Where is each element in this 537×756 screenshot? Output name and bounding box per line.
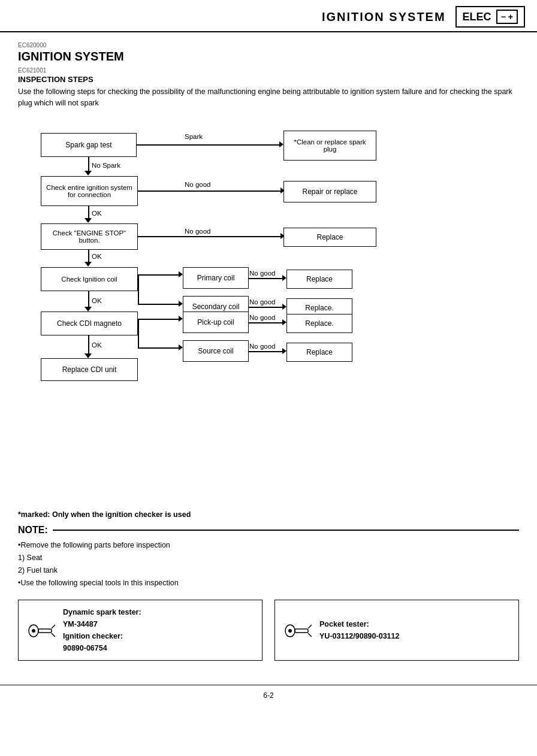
- dynamic-tester-icon: [28, 619, 55, 642]
- note-text: •Remove the following parts before inspe…: [18, 539, 519, 590]
- tool2-label1: Pocket tester:: [319, 620, 369, 628]
- elec-badge: ELEC − +: [455, 6, 525, 28]
- box-clean-spark: *Clean or replace spark plug: [283, 131, 376, 161]
- label-ok1: OK: [92, 210, 102, 217]
- battery-minus: −: [501, 12, 506, 22]
- note-item-4: •Use the following special tools in this…: [18, 577, 519, 589]
- label-nogood6: No good: [249, 343, 275, 350]
- line-spark-h: [137, 144, 280, 146]
- note-title-text: NOTE:: [18, 525, 48, 536]
- arrow-primary-nogood-right: [282, 275, 286, 281]
- line-nospark-v: [88, 157, 89, 172]
- box-repair-replace: Repair or replace: [283, 181, 376, 202]
- tool-text-1: Dynamic spark tester: YM-34487 Ignition …: [63, 606, 141, 654]
- box-primary-coil: Primary coil: [183, 267, 249, 289]
- tool1-label4: 90890-06754: [63, 644, 107, 652]
- header-title: IGNITION SYSTEM: [322, 10, 446, 24]
- line-ok1-v: [88, 206, 89, 219]
- label-ok2: OK: [92, 253, 102, 260]
- note-title-line: [53, 530, 519, 531]
- svg-rect-6: [295, 629, 308, 633]
- svg-line-3: [52, 633, 55, 637]
- marked-note: *marked: Only when the ignition checker …: [18, 510, 519, 519]
- arrow-pickup-nogood-right: [282, 319, 286, 325]
- section-code2: EC621001: [18, 67, 519, 74]
- line-nogood2-h: [138, 236, 282, 237]
- line-to-primary-h: [138, 274, 180, 276]
- box-spark-gap: Spark gap test: [41, 133, 137, 157]
- tool1-label2: YM-34487: [63, 620, 98, 628]
- svg-rect-1: [38, 629, 52, 633]
- flowchart-container: Spark gap test Spark *Clean or replace s…: [23, 121, 514, 504]
- label-nogood5: No good: [249, 314, 275, 321]
- note-item-1: •Remove the following parts before inspe…: [18, 539, 519, 552]
- label-ok3: OK: [92, 297, 102, 304]
- tool-box-2: Pocket tester: YU-03112/90890-03112: [274, 600, 519, 661]
- line-ok2-v: [88, 250, 89, 263]
- line-ok4-v: [88, 335, 89, 355]
- elec-label: ELEC: [463, 11, 491, 23]
- tool1-label3: Ignition checker:: [63, 632, 123, 640]
- note-section: NOTE: •Remove the following parts before…: [18, 525, 519, 590]
- line-cdi-branch-v: [138, 319, 139, 347]
- label-nogood3: No good: [249, 270, 275, 277]
- tool1-label1: Dynamic spark tester:: [63, 608, 141, 616]
- arrow-ok3-down: [85, 307, 92, 312]
- box-check-ignition-coil: Check Ignition coil: [41, 267, 138, 291]
- line-to-source-h: [138, 347, 180, 349]
- line-secondary-nogood-h: [249, 307, 283, 308]
- section-code1: EC620000: [18, 42, 519, 49]
- line-ok3-v: [88, 291, 89, 308]
- line-to-secondary-h: [138, 304, 180, 305]
- arrow-nospark-down: [85, 171, 92, 176]
- box-pickup-coil: Pick-up coil: [183, 312, 249, 333]
- arrow-to-secondary-right: [179, 301, 183, 307]
- section-title: IGNITION SYSTEM: [18, 50, 519, 63]
- page-content: EC620000 IGNITION SYSTEM EC621001 INSPEC…: [0, 32, 537, 679]
- tool-icon-2: [283, 618, 312, 642]
- intro-text: Use the following steps for checking the…: [18, 86, 519, 109]
- box-check-connection: Check entire ignition system for connect…: [41, 176, 138, 206]
- box-replace-source: Replace: [286, 343, 352, 362]
- arrow-to-source-right: [179, 344, 183, 350]
- arrow-to-pickup-right: [179, 316, 183, 322]
- arrow-to-primary-right: [179, 271, 183, 277]
- tool2-label2: YU-03112/90890-03112: [319, 632, 399, 640]
- page-footer: 6-2: [0, 685, 537, 703]
- label-nogood1: No good: [185, 181, 210, 188]
- tools-section: Dynamic spark tester: YM-34487 Ignition …: [18, 600, 519, 661]
- label-ok4: OK: [92, 341, 102, 349]
- svg-line-2: [52, 625, 55, 628]
- box-replace1: Replace: [283, 228, 376, 247]
- svg-line-8: [308, 633, 312, 637]
- battery-icon: − +: [496, 10, 518, 24]
- svg-point-9: [288, 629, 292, 633]
- line-to-pickup-h: [138, 319, 180, 320]
- label-nogood4: No good: [249, 298, 275, 306]
- box-source-coil: Source coil: [183, 340, 249, 362]
- arrow-ok2-down: [85, 262, 92, 267]
- line-pickup-nogood-h: [249, 322, 283, 323]
- arrow-source-nogood-right: [282, 348, 286, 354]
- note-title: NOTE:: [18, 525, 519, 536]
- page-header: IGNITION SYSTEM ELEC − +: [0, 0, 537, 32]
- pocket-tester-icon: [284, 619, 312, 642]
- box-replace-primary: Replace: [286, 270, 352, 289]
- line-primary-nogood-h: [249, 278, 283, 279]
- box-check-cdi: Check CDI magneto: [41, 312, 138, 335]
- line-coil-branch-v: [138, 274, 139, 304]
- arrow-ok4-down: [85, 353, 92, 358]
- label-nogood2: No good: [185, 228, 210, 235]
- box-check-engine-stop: Check "ENGINE STOP" button.: [41, 223, 138, 250]
- page-number: 6-2: [263, 691, 273, 700]
- label-no-spark: No Spark: [92, 162, 120, 169]
- line-source-nogood-h: [249, 351, 283, 352]
- tool-text-2: Pocket tester: YU-03112/90890-03112: [319, 618, 399, 642]
- svg-point-4: [32, 629, 35, 633]
- box-replace-cdi: Replace CDI unit: [41, 358, 138, 381]
- arrow-secondary-nogood-right: [282, 304, 286, 310]
- note-item-3: 2) Fuel tank: [18, 564, 519, 577]
- arrow-ok1-down: [85, 218, 92, 223]
- box-replace-pickup: Replace.: [286, 314, 352, 333]
- label-spark: Spark: [185, 133, 203, 140]
